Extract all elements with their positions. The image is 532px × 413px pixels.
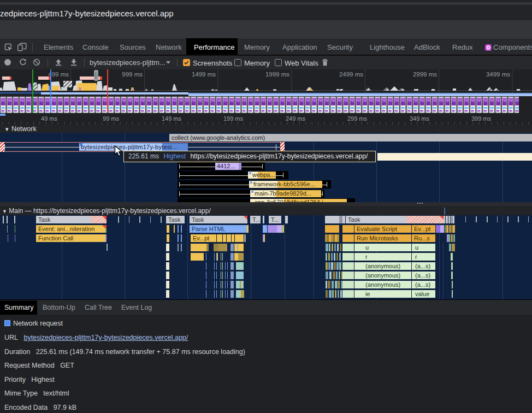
svg-text:2499 ms: 2499 ms <box>339 71 363 78</box>
svg-text:199 ms: 199 ms <box>223 115 244 122</box>
svg-text:49 ms: 49 ms <box>41 115 57 122</box>
svg-text:299 ms: 299 ms <box>347 115 368 122</box>
svg-text:3499 ms: 3499 ms <box>486 71 510 78</box>
svg-text:349 ms: 349 ms <box>410 115 430 122</box>
svg-text:2999 ms: 2999 ms <box>413 71 437 78</box>
svg-text:249 ms: 249 ms <box>286 115 306 122</box>
svg-text:399 ms: 399 ms <box>471 115 492 122</box>
svg-text:1999 ms: 1999 ms <box>265 71 289 78</box>
svg-text:149 ms: 149 ms <box>162 115 182 122</box>
svg-text:99 ms: 99 ms <box>103 115 119 122</box>
svg-text:499 ms: 499 ms <box>48 71 69 78</box>
svg-text:1499 ms: 1499 ms <box>192 71 216 78</box>
svg-text:999 ms: 999 ms <box>122 71 143 78</box>
